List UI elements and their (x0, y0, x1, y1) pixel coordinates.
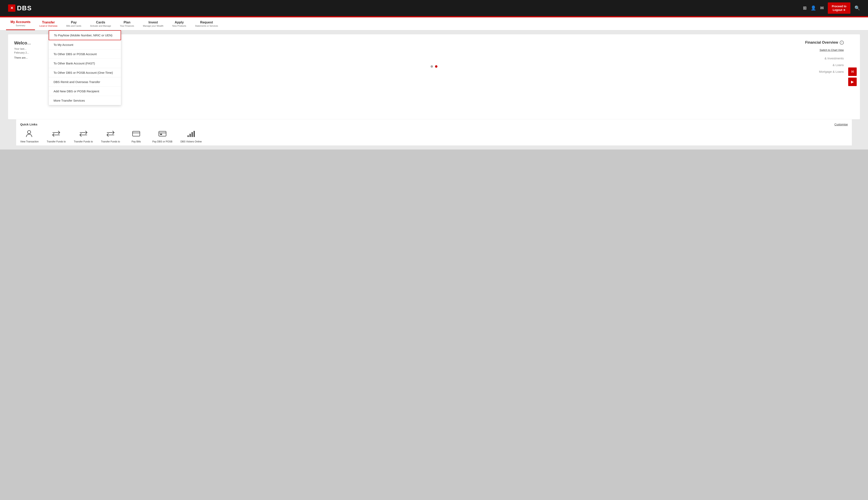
financial-overview-title: Financial Overview (805, 41, 838, 45)
side-play-button[interactable]: ▶ (848, 78, 857, 86)
quick-link-pay-dbs-label: Pay DBS or POSB (152, 140, 172, 144)
mail-icon[interactable]: ✉ (820, 5, 824, 11)
content-card: Welco... Your last... February 2... Ther… (8, 34, 860, 119)
quick-link-transfer-2[interactable]: Transfer Funds to (74, 129, 93, 144)
transfer-funds-1-icon (51, 129, 61, 139)
nav-transfer[interactable]: Transfer Local or Overseas (35, 18, 62, 30)
dropdown-other-dbs[interactable]: To Other DBS or POSB Account (49, 49, 121, 59)
pay-dbs-icon (158, 129, 167, 139)
nav-request[interactable]: Request Statements or Services (191, 18, 222, 30)
nav-transfer-sublabel: Local or Overseas (39, 25, 57, 27)
view-transaction-icon (25, 129, 34, 139)
dropdown-paynow[interactable]: To PayNow (Mobile Number, NRIC or UEN) (49, 30, 121, 40)
search-icon[interactable]: 🔍 (855, 5, 860, 11)
quick-links-icons: View Transaction Transfer Funds to (20, 129, 848, 144)
quick-links-bar: Quick Links Customise View Transaction (16, 119, 852, 146)
overview-loans: & Loans (819, 63, 844, 67)
quick-links-title: Quick Links (20, 123, 37, 126)
quick-link-pay-bills-label: Pay Bills (132, 140, 141, 144)
dbs-vickers-icon (186, 129, 196, 139)
pay-bills-icon (131, 129, 141, 139)
svg-point-0 (27, 130, 31, 134)
carousel-dots (14, 65, 854, 70)
nav-apply-sublabel: New Products (172, 25, 186, 27)
nav-cards[interactable]: Cards Activate and Manage (86, 18, 115, 30)
nav-bar: My Accounts Summary Transfer Local or Ov… (0, 18, 868, 30)
svg-rect-12 (187, 135, 189, 137)
nav-transfer-label: Transfer (42, 21, 55, 24)
quick-link-pay-bills[interactable]: Pay Bills (128, 129, 144, 144)
nav-pay[interactable]: Pay Bills and Cards (62, 18, 86, 30)
quick-link-pay-dbs[interactable]: Pay DBS or POSB (152, 129, 172, 144)
logout-button[interactable]: Proceed toLogout ➜ (828, 2, 850, 14)
dropdown-my-account[interactable]: To My Account (49, 40, 121, 49)
dbs-logo-text: DBS (17, 4, 32, 12)
main-wrapper: Welco... Your last... February 2... Ther… (0, 30, 868, 149)
overview-mortgage: Mortgage & Loans (819, 70, 844, 73)
quick-link-transfer-3[interactable]: Transfer Funds to (101, 129, 120, 144)
nav-my-accounts-label: My Accounts (11, 20, 31, 24)
nav-my-accounts[interactable]: My Accounts Summary (6, 18, 35, 30)
nav-invest[interactable]: Invest Manage your Wealth (139, 18, 168, 30)
nav-invest-label: Invest (149, 21, 158, 24)
quick-link-view-transaction[interactable]: View Transaction (20, 129, 38, 144)
financial-overview-info-icon[interactable]: i (840, 41, 844, 45)
quick-link-transfer-3-label: Transfer Funds to (101, 140, 120, 144)
logo-area: ✕ DBS (8, 4, 32, 12)
carousel-dot-1[interactable] (431, 65, 433, 68)
overview-investments: & Investments (819, 57, 844, 60)
nav-invest-sublabel: Manage your Wealth (143, 25, 163, 27)
nav-plan-sublabel: Your Finances (120, 25, 134, 27)
nav-plan-label: Plan (124, 21, 130, 24)
dropdown-more-transfer[interactable]: More Transfer Services (49, 96, 121, 105)
carousel-dot-2[interactable] (435, 65, 437, 68)
branch-icon[interactable]: ⊞ (803, 5, 807, 11)
user-icon[interactable]: 👤 (811, 5, 816, 11)
quick-link-transfer-1[interactable]: Transfer Funds to (47, 129, 66, 144)
side-buttons: ✉ ▶ (848, 67, 857, 86)
switch-chart-view[interactable]: Switch to Chart View (820, 48, 844, 52)
quick-link-view-transaction-label: View Transaction (20, 140, 38, 144)
nav-my-accounts-sublabel: Summary (16, 24, 25, 27)
transfer-dropdown: To PayNow (Mobile Number, NRIC or UEN) T… (48, 30, 121, 105)
svg-rect-13 (190, 134, 191, 137)
dropdown-other-bank[interactable]: To Other Bank Account (FAST) (49, 59, 121, 68)
nav-pay-sublabel: Bills and Cards (66, 25, 81, 27)
top-right-icons: ⊞ 👤 ✉ Proceed toLogout ➜ 🔍 (803, 2, 860, 14)
financial-overview: Financial Overview i (805, 41, 844, 45)
nav-apply[interactable]: Apply New Products (168, 18, 191, 30)
dbs-logo-icon: ✕ (8, 4, 15, 12)
svg-rect-7 (133, 131, 140, 136)
nav-cards-sublabel: Activate and Manage (90, 25, 111, 27)
top-bar: ✕ DBS ⊞ 👤 ✉ Proceed toLogout ➜ 🔍 (0, 0, 868, 16)
dropdown-other-dbs-onetime[interactable]: To Other DBS or POSB Account (One-Time) (49, 68, 121, 77)
svg-rect-14 (192, 132, 193, 137)
transfer-funds-2-icon (79, 129, 88, 139)
transfer-funds-3-icon (106, 129, 115, 139)
svg-rect-9 (159, 131, 166, 136)
svg-rect-11 (160, 134, 162, 135)
side-mail-button[interactable]: ✉ (848, 67, 857, 76)
dropdown-remit[interactable]: DBS Remit and Overseas Transfer (49, 77, 121, 87)
nav-apply-label: Apply (175, 21, 184, 24)
quick-link-dbs-vickers-label: DBS Vickers Online (180, 140, 202, 144)
nav-request-sublabel: Statements or Services (195, 25, 218, 27)
svg-rect-15 (194, 131, 195, 137)
quick-links-header: Quick Links Customise (20, 123, 848, 126)
dropdown-add-recipient[interactable]: Add New DBS or POSB Recipient (49, 87, 121, 96)
quick-link-transfer-1-label: Transfer Funds to (47, 140, 66, 144)
nav-pay-label: Pay (71, 21, 77, 24)
quick-link-dbs-vickers[interactable]: DBS Vickers Online (180, 129, 202, 144)
nav-cards-label: Cards (96, 21, 105, 24)
nav-plan[interactable]: Plan Your Finances (116, 18, 139, 30)
quick-link-transfer-2-label: Transfer Funds to (74, 140, 93, 144)
customise-link[interactable]: Customise (834, 123, 848, 126)
nav-request-label: Request (200, 21, 213, 24)
overview-items: & Investments & Loans Mortgage & Loans (819, 57, 844, 77)
